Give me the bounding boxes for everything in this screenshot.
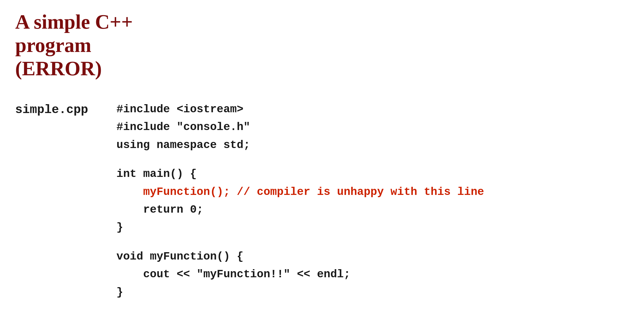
main-close: } (116, 218, 484, 236)
cout-line: cout << "myFunction!!" << endl; (116, 265, 484, 283)
error-line: myFunction(); // compiler is unhappy wit… (116, 183, 484, 201)
spacer-1 (116, 154, 484, 165)
return-line: return 0; (116, 201, 484, 218)
main-open: int main() { (116, 165, 484, 183)
include-console: #include "console.h" (116, 118, 484, 136)
void-close: } (116, 283, 484, 301)
page-title: A simple C++ program (ERROR) (15, 10, 629, 80)
using-namespace: using namespace std; (116, 136, 484, 154)
void-open: void myFunction() { (116, 248, 484, 265)
code-block: #include <iostream> #include "console.h"… (116, 100, 484, 301)
filename-label: simple.cpp (15, 100, 96, 117)
spacer-2 (116, 236, 484, 248)
include-iostream: #include <iostream> (116, 100, 484, 118)
